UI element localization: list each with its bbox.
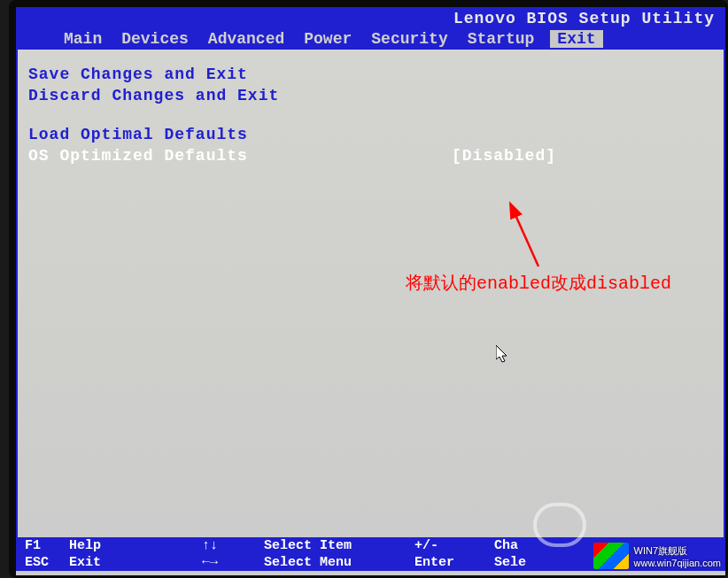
option-load-optimal-defaults[interactable]: Load Optimal Defaults (28, 126, 248, 143)
watermark-title: WIN7旗舰版 (634, 544, 721, 558)
annotation-arrow-icon (503, 200, 556, 271)
footer-key-f1: F1 (25, 538, 69, 553)
tab-startup[interactable]: Startup (464, 30, 538, 48)
option-save-changes-exit[interactable]: Save Changes and Exit (28, 66, 248, 83)
tab-security[interactable]: Security (368, 30, 451, 48)
footer-label-exit: Exit (69, 555, 202, 570)
tab-exit[interactable]: Exit (550, 30, 602, 48)
option-os-optimized-value[interactable]: [Disabled] (452, 147, 556, 165)
option-discard-changes-exit[interactable]: Discard Changes and Exit (28, 87, 279, 104)
annotation-text: 将默认的enabled改成disabled (406, 271, 671, 295)
tab-power[interactable]: Power (300, 30, 355, 48)
footer-key-updown: ↑↓ (202, 538, 264, 553)
windows-logo-icon (593, 543, 629, 569)
footer-label-select-item: Select Item (264, 538, 414, 553)
bios-utility-title: Lenovo BIOS Setup Utility (453, 10, 715, 27)
bios-content-area: Save Changes and Exit Discard Changes an… (16, 50, 725, 541)
option-os-optimized-defaults[interactable]: OS Optimized Defaults (28, 147, 248, 165)
footer-key-plusminus: +/- (414, 538, 494, 553)
bios-title-bar: Lenovo BIOS Setup Utility Main Devices A… (16, 7, 725, 50)
tab-main[interactable]: Main (60, 30, 105, 48)
tab-advanced[interactable]: Advanced (205, 30, 288, 48)
tab-devices[interactable]: Devices (118, 30, 192, 48)
svg-line-1 (512, 207, 538, 266)
watermark: WIN7旗舰版 www.win7qijian.com (593, 543, 721, 569)
footer-key-enter: Enter (414, 555, 494, 570)
footer-key-esc: ESC (25, 555, 69, 570)
footer-key-leftright: ←→ (202, 555, 264, 570)
footer-label-select-menu: Select Menu (264, 555, 414, 570)
watermark-circle-icon (533, 503, 586, 547)
watermark-url: www.win7qijian.com (634, 558, 721, 568)
mouse-cursor-icon (496, 345, 510, 365)
footer-label-help: Help (69, 538, 202, 553)
menu-tabs: Main Devices Advanced Power Security Sta… (60, 30, 603, 48)
